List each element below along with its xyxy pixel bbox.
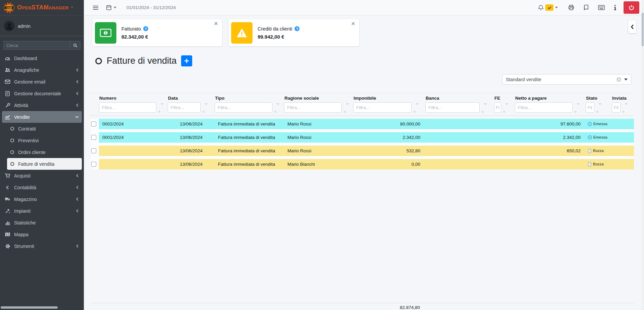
right-panel-toggle[interactable]	[628, 20, 636, 33]
search-input[interactable]	[3, 41, 70, 50]
cell-banca[interactable]	[425, 146, 494, 156]
cell-data[interactable]: 13/06/2024	[168, 119, 215, 129]
cell-fe[interactable]	[494, 146, 515, 156]
sidebar-item-dashboard[interactable]: Dashboard	[2, 52, 82, 64]
column-label[interactable]: Netto a pagare	[515, 96, 586, 101]
column-banca[interactable]: Banca	[425, 96, 494, 113]
sort-icons[interactable]	[481, 105, 487, 111]
sidebar-item-gestione-email[interactable]: Gestione email	[2, 76, 82, 88]
column-label[interactable]: Ragione sociale	[284, 96, 353, 101]
filter-fe-input[interactable]	[494, 102, 501, 113]
sort-icons[interactable]	[274, 105, 279, 111]
sidebar-item-anagrafiche[interactable]: Anagrafiche	[2, 64, 82, 76]
column-netto-a-pagare[interactable]: Netto a pagare	[515, 96, 586, 113]
cell-numero[interactable]: 0001/2024	[99, 132, 168, 143]
cell-banca[interactable]	[425, 132, 494, 143]
sidebar-item-acquisti[interactable]: Acquisti	[2, 170, 82, 182]
docs-button[interactable]	[583, 5, 589, 10]
cell-inviata[interactable]	[612, 159, 634, 169]
row-checkbox[interactable]	[91, 121, 96, 126]
column-label[interactable]: Data	[168, 96, 215, 101]
sidebar-item-impianti[interactable]: Impianti	[2, 205, 82, 217]
search-button[interactable]	[70, 41, 80, 50]
cell-fe[interactable]	[494, 159, 515, 169]
sidebar-item-vendite[interactable]: Vendite	[2, 111, 82, 123]
column-tipo[interactable]: Tipo	[215, 96, 284, 113]
filter-data-input[interactable]	[168, 102, 201, 113]
hamburger-menu-icon[interactable]	[93, 5, 99, 10]
cell-data[interactable]: 13/06/2024	[168, 132, 215, 143]
cell-tipo[interactable]: Fattura immediata di vendita	[215, 119, 284, 129]
sidebar-item-gestione-documentale[interactable]: Gestione documentale	[2, 88, 82, 99]
table-row[interactable]: 13/06/2024 Fattura immediata di vendita …	[91, 159, 634, 169]
cell-fe[interactable]	[494, 132, 515, 143]
column-label[interactable]: FE	[494, 96, 515, 101]
cell-imponibile[interactable]: 0,00	[353, 159, 425, 169]
cell-imponibile[interactable]: 532,80	[353, 146, 425, 156]
vertical-scrollbar[interactable]	[641, 0, 644, 310]
user-panel[interactable]: admin	[0, 15, 84, 36]
cell-data[interactable]: 13/06/2024	[168, 159, 215, 169]
column-label[interactable]: Inviata	[612, 96, 634, 101]
filter-imponibile-input[interactable]	[353, 102, 412, 113]
cell-inviata[interactable]	[612, 132, 634, 143]
table-row[interactable]: 13/06/2024 Fattura immediata di vendita …	[91, 146, 634, 156]
table-row[interactable]: 0002/2024 13/06/2024 Fattura immediata d…	[91, 119, 634, 129]
cell-fe[interactable]	[494, 119, 515, 129]
column-stato[interactable]: Stato	[586, 96, 612, 113]
print-button[interactable]	[568, 5, 574, 10]
cell-data[interactable]: 13/06/2024	[168, 146, 215, 156]
sidebar-item-attivita[interactable]: Attività	[2, 99, 82, 111]
sort-icons[interactable]	[413, 105, 419, 111]
cell-ragione-sociale[interactable]: Mario Rossi	[284, 146, 353, 156]
cell-banca[interactable]	[425, 119, 494, 129]
cell-inviata[interactable]	[612, 146, 634, 156]
info-button[interactable]	[614, 5, 616, 10]
cell-netto-a-pagare[interactable]: 650,02	[515, 146, 586, 156]
help-icon[interactable]: ?	[143, 26, 148, 31]
sort-icons[interactable]	[202, 105, 208, 111]
cell-stato[interactable]: Emessa	[586, 119, 612, 129]
cell-numero[interactable]	[99, 159, 168, 169]
column-fe[interactable]: FE	[494, 96, 515, 113]
column-imponibile[interactable]: Imponibile	[353, 96, 425, 113]
sidebar-item-preventivi[interactable]: Preventivi	[7, 135, 82, 146]
filter-inviata-input[interactable]	[612, 102, 621, 113]
sidebar-item-contratti[interactable]: Contratti	[7, 123, 82, 135]
clear-selection-icon[interactable]	[616, 77, 621, 82]
cell-netto-a-pagare[interactable]: 97.600,00	[515, 119, 586, 129]
column-inviata[interactable]: Inviata	[612, 96, 634, 113]
brand[interactable]: OSM OpenSTAManager ®	[0, 0, 84, 15]
cell-stato[interactable]: Emessa	[586, 132, 612, 143]
logout-button[interactable]	[624, 1, 639, 14]
cell-numero[interactable]	[99, 146, 168, 156]
sort-icons[interactable]	[574, 105, 580, 111]
sidebar-item-contabilita[interactable]: € Contabilità	[2, 182, 82, 193]
cell-tipo[interactable]: Fattura immediata di vendita	[215, 159, 284, 169]
scrollbar-thumb[interactable]	[642, 13, 644, 46]
cell-tipo[interactable]: Fattura immediata di vendita	[215, 146, 284, 156]
date-range[interactable]: 01/01/2024 - 31/12/2024	[126, 5, 176, 10]
column-label[interactable]: Tipo	[215, 96, 284, 101]
sort-icons[interactable]	[622, 105, 628, 111]
cell-numero[interactable]: 0002/2024	[99, 119, 168, 129]
help-icon[interactable]: ?	[294, 26, 300, 31]
cell-stato[interactable]: Bozza	[586, 159, 612, 169]
close-icon[interactable]: ×	[351, 20, 355, 27]
filter-stato-input[interactable]	[586, 102, 594, 113]
notifications-control[interactable]	[538, 4, 558, 11]
column-numero[interactable]: Numero	[99, 96, 168, 113]
column-label[interactable]: Imponibile	[354, 96, 425, 101]
sidebar-item-fatture-di-vendita[interactable]: Fatture di vendita	[7, 158, 82, 170]
row-checkbox[interactable]	[91, 135, 96, 140]
calendar-icon[interactable]	[106, 5, 116, 10]
cell-inviata[interactable]	[612, 119, 634, 129]
filter-numero-input[interactable]	[99, 102, 156, 113]
filter-banca-input[interactable]	[425, 102, 480, 113]
filter-netto-input[interactable]	[515, 102, 573, 113]
sidebar-item-ordini-cliente[interactable]: Ordini cliente	[7, 146, 82, 158]
sort-icons[interactable]	[503, 105, 508, 111]
column-label[interactable]: Stato	[586, 96, 612, 101]
column-label[interactable]: Numero	[99, 96, 168, 101]
cell-ragione-sociale[interactable]: Mario Rossi	[284, 132, 353, 143]
